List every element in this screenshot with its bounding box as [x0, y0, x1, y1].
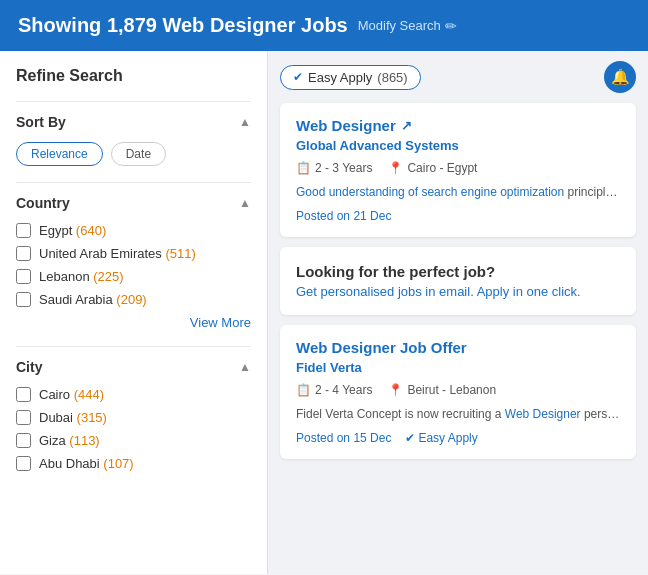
city-giza-checkbox[interactable] — [16, 433, 31, 448]
briefcase-icon: 📋 — [296, 383, 311, 397]
list-item: Dubai (315) — [16, 410, 251, 425]
posted-date: Posted on 15 Dec — [296, 431, 391, 445]
location-icon: 📍 — [388, 161, 403, 175]
easy-apply-check-icon: ✔ — [405, 431, 415, 445]
country-uae-label: United Arab Emirates (511) — [39, 246, 196, 261]
city-abudhabi-checkbox[interactable] — [16, 456, 31, 471]
location-meta: 📍 Cairo - Egypt — [388, 161, 477, 175]
country-view-more-link[interactable]: View More — [16, 315, 251, 330]
country-saudi-label: Saudi Arabia (209) — [39, 292, 147, 307]
easy-apply-tag-label: Easy Apply — [308, 70, 372, 85]
posted-date: Posted on 21 Dec — [296, 209, 620, 223]
job-footer: Posted on 15 Dec ✔ Easy Apply — [296, 431, 620, 445]
header: Showing 1,879 Web Designer Jobs Modify S… — [0, 0, 648, 51]
country-egypt-label: Egypt (640) — [39, 223, 106, 238]
city-cairo-checkbox[interactable] — [16, 387, 31, 402]
experience-meta: 📋 2 - 3 Years — [296, 161, 372, 175]
list-item: Cairo (444) — [16, 387, 251, 402]
job-listings-content: ✔ Easy Apply (865) 🔔 Web Designer ↗ Glob… — [268, 51, 648, 574]
country-egypt-checkbox[interactable] — [16, 223, 31, 238]
location-icon: 📍 — [388, 383, 403, 397]
modify-search-button[interactable]: Modify Search ✏ — [358, 18, 457, 34]
sort-relevance-button[interactable]: Relevance — [16, 142, 103, 166]
job-title-text[interactable]: Web Designer Job Offer — [296, 339, 467, 356]
page-title: Showing 1,879 Web Designer Jobs — [18, 14, 348, 37]
city-label: City — [16, 359, 42, 375]
sort-options: Relevance Date — [16, 142, 251, 166]
job-meta: 📋 2 - 3 Years 📍 Cairo - Egypt — [296, 161, 620, 175]
sort-date-button[interactable]: Date — [111, 142, 166, 166]
list-item: Giza (113) — [16, 433, 251, 448]
easy-apply-count: (865) — [377, 70, 407, 85]
sort-section: Sort By ▲ Relevance Date — [16, 101, 251, 166]
filter-bar: ✔ Easy Apply (865) 🔔 — [280, 61, 636, 93]
city-header: City ▲ — [16, 359, 251, 375]
country-chevron-icon: ▲ — [239, 196, 251, 210]
job-meta: 📋 2 - 4 Years 📍 Beirut - Lebanon — [296, 383, 620, 397]
notification-bell-button[interactable]: 🔔 — [604, 61, 636, 93]
bell-icon: 🔔 — [611, 68, 630, 86]
promo-title: Looking for the perfect job? — [296, 263, 620, 280]
sort-header: Sort By ▲ — [16, 114, 251, 130]
list-item: Saudi Arabia (209) — [16, 292, 251, 307]
job-card: Web Designer ↗ Global Advanced Systems 📋… — [280, 103, 636, 237]
city-cairo-label: Cairo (444) — [39, 387, 104, 402]
list-item: United Arab Emirates (511) — [16, 246, 251, 261]
job-title: Web Designer Job Offer — [296, 339, 620, 356]
pencil-icon: ✏ — [445, 18, 457, 34]
modify-search-label: Modify Search — [358, 18, 441, 33]
city-giza-label: Giza (113) — [39, 433, 100, 448]
easy-apply-filter-tag[interactable]: ✔ Easy Apply (865) — [280, 65, 421, 90]
location-text: Cairo - Egypt — [407, 161, 477, 175]
main-layout: Refine Search Sort By ▲ Relevance Date C… — [0, 51, 648, 574]
country-header: Country ▲ — [16, 195, 251, 211]
easy-apply-badge: ✔ Easy Apply — [405, 431, 477, 445]
external-link-icon: ↗ — [401, 118, 412, 133]
city-dubai-label: Dubai (315) — [39, 410, 107, 425]
experience-text: 2 - 3 Years — [315, 161, 372, 175]
country-lebanon-label: Lebanon (225) — [39, 269, 124, 284]
promo-card: Looking for the perfect job? Get persona… — [280, 247, 636, 315]
promo-text[interactable]: Get personalised jobs in email. Apply in… — [296, 284, 620, 299]
easy-apply-label[interactable]: Easy Apply — [418, 431, 477, 445]
list-item: Lebanon (225) — [16, 269, 251, 284]
job-description: Fidel Verta Concept is now recruiting a … — [296, 405, 620, 423]
country-saudi-checkbox[interactable] — [16, 292, 31, 307]
job-title-text[interactable]: Web Designer — [296, 117, 396, 134]
job-description: Good understanding of search engine opti… — [296, 183, 620, 201]
company-name[interactable]: Fidel Verta — [296, 360, 620, 375]
country-label: Country — [16, 195, 70, 211]
location-meta: 📍 Beirut - Lebanon — [388, 383, 496, 397]
sort-chevron-icon: ▲ — [239, 115, 251, 129]
experience-text: 2 - 4 Years — [315, 383, 372, 397]
list-item: Abu Dhabi (107) — [16, 456, 251, 471]
briefcase-icon: 📋 — [296, 161, 311, 175]
country-lebanon-checkbox[interactable] — [16, 269, 31, 284]
country-section: Country ▲ Egypt (640) United Arab Emirat… — [16, 182, 251, 330]
tag-check-icon: ✔ — [293, 70, 303, 84]
city-section: City ▲ Cairo (444) Dubai (315) Giza (113… — [16, 346, 251, 471]
list-item: Egypt (640) — [16, 223, 251, 238]
experience-meta: 📋 2 - 4 Years — [296, 383, 372, 397]
city-abudhabi-label: Abu Dhabi (107) — [39, 456, 134, 471]
sidebar: Refine Search Sort By ▲ Relevance Date C… — [0, 51, 268, 574]
job-card: Web Designer Job Offer Fidel Verta 📋 2 -… — [280, 325, 636, 459]
city-dubai-checkbox[interactable] — [16, 410, 31, 425]
company-name[interactable]: Global Advanced Systems — [296, 138, 620, 153]
location-text: Beirut - Lebanon — [407, 383, 496, 397]
country-uae-checkbox[interactable] — [16, 246, 31, 261]
refine-search-title: Refine Search — [16, 67, 251, 85]
sort-label: Sort By — [16, 114, 66, 130]
city-chevron-icon: ▲ — [239, 360, 251, 374]
job-title: Web Designer ↗ — [296, 117, 620, 134]
